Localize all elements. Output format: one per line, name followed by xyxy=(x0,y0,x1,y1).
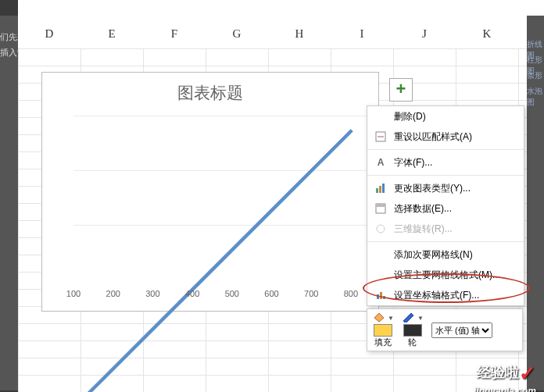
chevron-down-icon: ▼ xyxy=(417,315,424,322)
menu-3d-rotate: 三维旋转(R)... xyxy=(367,219,524,239)
plot-area[interactable] xyxy=(73,116,367,280)
outline-label: 轮 xyxy=(408,337,417,348)
menu-separator xyxy=(367,175,524,176)
fill-dropdown[interactable]: ▼ 填充 xyxy=(372,312,394,348)
watermark-logo: 经验啦✓ xyxy=(477,362,536,386)
x-tick: 600 xyxy=(256,289,288,301)
menu-separator xyxy=(367,241,524,242)
menu-delete[interactable]: 删除(D) xyxy=(367,106,524,127)
left-dim-panel: 们先对数 插入散点 xyxy=(0,16,18,390)
x-tick: 700 xyxy=(295,289,327,301)
right-hint: 条形 xyxy=(527,70,542,81)
rotate-3d-icon xyxy=(374,222,388,236)
x-tick: 800 xyxy=(335,289,367,301)
col-header[interactable]: K xyxy=(456,27,518,47)
x-tick: 400 xyxy=(177,289,208,301)
context-menu: 删除(D) 重设以匹配样式(A) A 字体(F)... 更改图表类型(Y)...… xyxy=(367,105,524,306)
col-header[interactable]: J xyxy=(393,27,456,47)
menu-axis-format[interactable]: 设置坐标轴格式(F)... xyxy=(367,285,524,305)
font-icon: A xyxy=(374,155,388,169)
menu-select-data[interactable]: 选择数据(E)... xyxy=(367,198,524,219)
col-header[interactable]: G xyxy=(206,27,268,47)
menu-separator xyxy=(367,149,524,150)
col-header[interactable]: F xyxy=(143,27,206,47)
hint-text: 插入散点 xyxy=(0,47,18,59)
chart-type-icon xyxy=(374,181,388,195)
watermark-url: jingyanla.com xyxy=(474,386,536,392)
fill-bucket-icon xyxy=(372,312,386,324)
x-tick: 500 xyxy=(217,289,248,301)
menu-major-gridline-format[interactable]: 设置主要网格线格式(M)... xyxy=(367,265,524,285)
menu-label: 添加次要网格线(N) xyxy=(394,248,473,262)
embedded-chart[interactable]: 图表标题 100 200 300 400 500 600 700 800 xyxy=(41,72,379,312)
outline-swatch xyxy=(403,324,422,337)
menu-font[interactable]: A 字体(F)... xyxy=(367,152,524,173)
svg-point-7 xyxy=(377,225,385,233)
svg-rect-10 xyxy=(383,296,385,299)
svg-line-0 xyxy=(88,130,353,392)
fill-swatch xyxy=(374,324,392,337)
col-header[interactable]: D xyxy=(18,27,81,47)
chart-elements-button[interactable]: + xyxy=(389,78,413,102)
blank-icon xyxy=(374,268,388,282)
col-header[interactable]: E xyxy=(81,27,143,47)
menu-change-chart-type[interactable]: 更改图表类型(Y)... xyxy=(367,178,524,198)
svg-rect-9 xyxy=(380,292,382,299)
x-tick: 100 xyxy=(58,289,89,301)
menu-label: 设置主要网格线格式(M)... xyxy=(394,269,500,282)
x-tick: 300 xyxy=(137,289,168,301)
menu-label: 选择数据(E)... xyxy=(394,202,452,216)
menu-label: 重设以匹配样式(A) xyxy=(394,130,472,144)
menu-label: 字体(F)... xyxy=(394,156,432,169)
col-header[interactable]: I xyxy=(331,27,393,47)
right-hint: 水泡图 xyxy=(527,86,542,108)
chart-title[interactable]: 图表标题 xyxy=(42,82,378,104)
svg-rect-4 xyxy=(382,184,385,193)
col-header[interactable]: H xyxy=(268,27,331,47)
pen-icon xyxy=(402,312,416,324)
x-tick: 200 xyxy=(98,289,129,301)
menu-label: 删除(D) xyxy=(394,110,426,123)
svg-rect-6 xyxy=(376,204,385,207)
menu-label: 三维旋转(R)... xyxy=(394,223,453,236)
fill-label: 填充 xyxy=(374,337,392,348)
menu-add-minor-gridlines[interactable]: 添加次要网格线(N) xyxy=(367,244,524,265)
svg-rect-2 xyxy=(376,188,378,193)
menu-label: 设置坐标轴格式(F)... xyxy=(394,289,479,302)
menu-label: 更改图表类型(Y)... xyxy=(394,182,471,195)
spreadsheet-area[interactable]: D E F G H I J K 图表标题 100 200 300 400 500… xyxy=(18,16,527,392)
plus-icon: + xyxy=(396,79,406,98)
right-dim-panel: 折线图 柱形图 条形 水泡图 xyxy=(527,16,544,390)
axis-selector[interactable]: 水平 (值) 轴 xyxy=(431,323,492,338)
outline-dropdown[interactable]: ▼ 轮 xyxy=(402,312,424,348)
blank-icon xyxy=(374,248,388,262)
svg-rect-3 xyxy=(379,186,381,193)
checkmark-icon: ✓ xyxy=(519,362,536,385)
reset-icon xyxy=(374,130,388,144)
blank-icon xyxy=(374,109,388,123)
chart-line-series[interactable] xyxy=(73,116,367,392)
select-data-icon xyxy=(374,201,388,216)
mini-toolbar: ▼ 填充 ▼ 轮 水平 (值) 轴 xyxy=(367,308,523,351)
chevron-down-icon: ▼ xyxy=(388,315,394,322)
axis-format-icon xyxy=(374,288,388,302)
x-axis-ticks[interactable]: 100 200 300 400 500 600 700 800 xyxy=(73,289,367,301)
svg-rect-8 xyxy=(377,294,379,299)
menu-reset-style[interactable]: 重设以匹配样式(A) xyxy=(367,127,524,147)
hint-text: 们先对数 xyxy=(0,31,18,43)
column-header-row: D E F G H I J K xyxy=(18,27,527,47)
top-white-bar xyxy=(18,0,544,16)
